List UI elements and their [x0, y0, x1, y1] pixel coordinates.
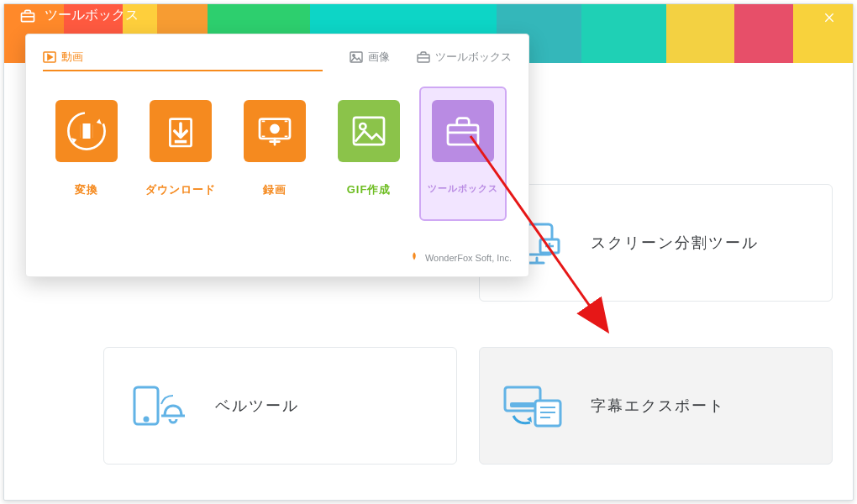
popup-tabs: 動画 画像 ツールボックス	[43, 50, 512, 71]
download-icon	[150, 100, 212, 162]
tile-label: ダウンロード	[137, 182, 224, 197]
tile-label: 変換	[43, 182, 130, 197]
image-tab-icon	[350, 51, 363, 63]
company-name: WonderFox Soft, Inc.	[425, 253, 512, 263]
svg-rect-14	[81, 123, 83, 139]
tab-video[interactable]: 動画	[43, 50, 323, 71]
tile-label: 録画	[231, 182, 318, 197]
tool-subtitle-export[interactable]: 字幕エクスポート	[479, 347, 833, 465]
toolbox-title-icon	[19, 8, 36, 24]
svg-point-10	[353, 55, 355, 56]
record-icon	[244, 100, 306, 162]
tab-toolbox[interactable]: ツールボックス	[417, 50, 512, 71]
toolbox-tile-icon	[432, 100, 494, 162]
tile-label: GIF作成	[325, 182, 413, 197]
svg-rect-20	[354, 118, 384, 144]
svg-rect-15	[91, 123, 93, 139]
window-title-text: ツールボックス	[45, 7, 139, 24]
tile-toolbox[interactable]: ツールボックス	[419, 87, 507, 221]
gif-icon	[338, 100, 400, 162]
window-title: ツールボックス	[19, 7, 139, 24]
svg-point-4	[145, 417, 148, 421]
popup-footer: WonderFox Soft, Inc.	[43, 251, 512, 265]
svg-point-19	[271, 125, 279, 133]
tool-label: ベルツール	[215, 396, 299, 416]
video-tab-icon	[43, 51, 56, 63]
svg-point-21	[360, 123, 365, 129]
tab-label: 動画	[61, 50, 83, 65]
svg-rect-17	[175, 140, 187, 144]
wonderfox-logo-icon	[408, 251, 420, 265]
tile-row: 変換 ダウンロード	[43, 87, 512, 221]
tab-label: ツールボックス	[435, 50, 512, 65]
tile-gif[interactable]: GIF作成	[325, 87, 413, 221]
tile-record[interactable]: 録画	[231, 87, 318, 221]
tile-label: ツールボックス	[421, 182, 505, 195]
tool-label: スクリーン分割ツール	[591, 233, 759, 253]
convert-icon	[55, 100, 118, 162]
bell-tool-icon	[126, 382, 192, 429]
svg-rect-6	[510, 402, 535, 407]
subtitle-export-icon	[502, 382, 567, 429]
tool-label: 字幕エクスポート	[591, 396, 725, 416]
tile-convert[interactable]: 変換	[43, 87, 130, 221]
tab-label: 画像	[368, 50, 390, 65]
tile-download[interactable]: ダウンロード	[137, 87, 224, 221]
tool-screen-split[interactable]: スクリーン分割ツール	[479, 184, 833, 302]
toolbox-tab-icon	[417, 51, 430, 63]
svg-rect-22	[448, 125, 478, 144]
tool-bell[interactable]: ベルツール	[103, 347, 457, 465]
tab-image[interactable]: 画像	[350, 50, 390, 71]
close-icon	[823, 11, 836, 24]
close-button[interactable]	[816, 8, 843, 28]
home-popup: 動画 画像 ツールボックス	[25, 34, 529, 277]
